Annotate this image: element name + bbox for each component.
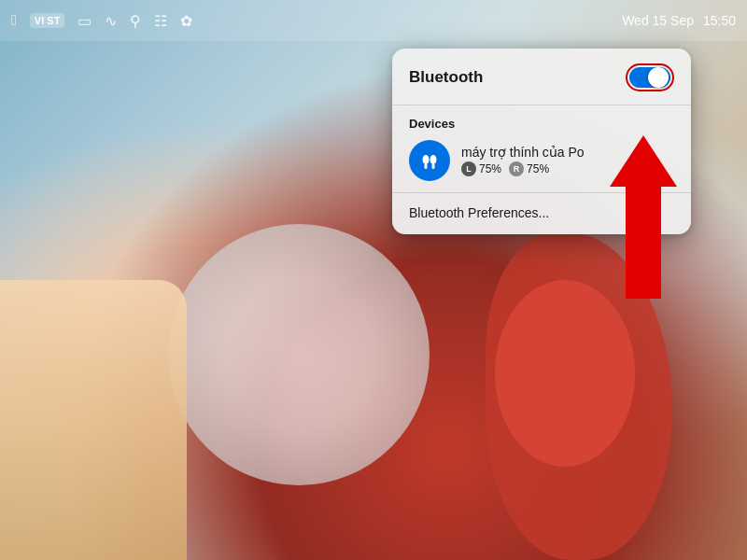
bluetooth-toggle-border [626, 63, 674, 91]
battery-r-dot: R [509, 161, 524, 176]
battery-left: L 75% [461, 161, 501, 176]
battery-l-value: 75% [479, 162, 501, 175]
battery-icon: ▭ [78, 12, 92, 30]
apple-icon[interactable]:  [11, 12, 17, 29]
bg-decoration-red2 [495, 280, 635, 467]
svg-point-0 [423, 155, 430, 164]
red-arrow-annotation [610, 135, 677, 299]
wifi-icon: ∿ [105, 12, 117, 30]
popup-title: Bluetooth [409, 68, 483, 87]
popup-header: Bluetooth [392, 49, 691, 105]
bluetooth-preferences-link[interactable]: Bluetooth Preferences... [409, 205, 549, 220]
airpods-icon [416, 147, 443, 174]
search-icon[interactable]: ⚲ [130, 12, 141, 30]
arrow-body [626, 187, 661, 299]
language-indicator[interactable]: VI ST [30, 13, 65, 28]
bg-decoration-face [0, 280, 187, 560]
menu-bar-time: 15:50 [703, 13, 736, 28]
bluetooth-toggle[interactable] [629, 67, 670, 88]
battery-right: R 75% [509, 161, 549, 176]
device-info: máy trợ thính của Po L 75% R 75% [461, 145, 585, 176]
svg-rect-3 [432, 163, 435, 169]
menu-bar-date: Wed 15 Sep [622, 13, 694, 28]
toggle-thumb [648, 67, 669, 88]
svg-point-2 [430, 155, 437, 164]
control-center-icon[interactable]: ☷ [154, 12, 167, 30]
svg-rect-1 [425, 163, 428, 169]
device-battery: L 75% R 75% [461, 161, 585, 176]
battery-l-dot: L [461, 161, 476, 176]
bg-decoration-circle [168, 224, 430, 485]
menu-bar-left:  VI ST ▭ ∿ ⚲ ☷ ✿ [11, 12, 192, 30]
device-icon [409, 140, 450, 181]
siri-icon[interactable]: ✿ [180, 12, 192, 30]
arrow-head [610, 135, 677, 187]
devices-label: Devices [409, 117, 674, 131]
battery-r-value: 75% [527, 162, 549, 175]
menu-bar-right: Wed 15 Sep 15:50 [622, 13, 736, 28]
device-name: máy trợ thính của Po [461, 145, 585, 160]
menu-bar:  VI ST ▭ ∿ ⚲ ☷ ✿ Wed 15 Sep 15:50 [0, 0, 747, 41]
